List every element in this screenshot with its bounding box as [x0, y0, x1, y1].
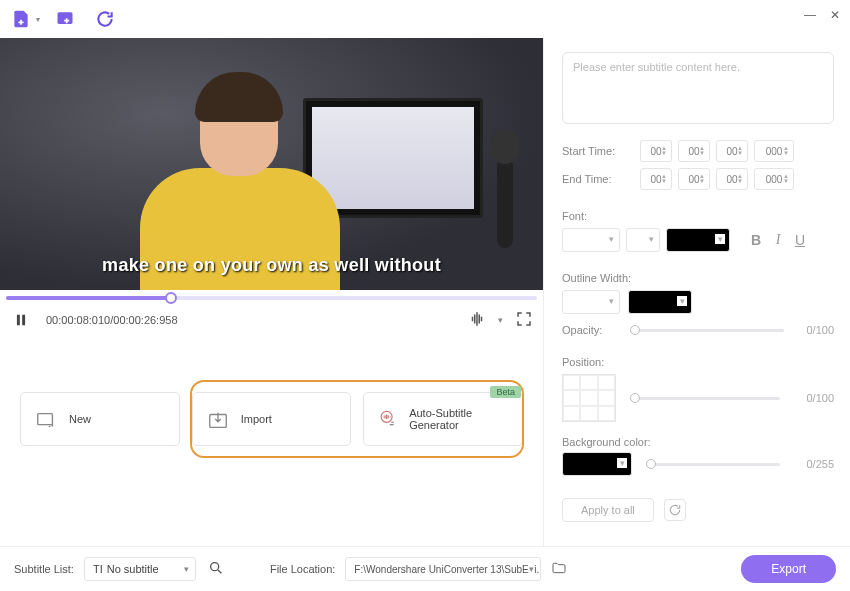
minimize-icon[interactable]: —	[804, 8, 816, 22]
reset-icon[interactable]	[664, 499, 686, 521]
start-time-label: Start Time:	[562, 145, 634, 157]
bold-button[interactable]: B	[748, 232, 764, 248]
font-color-swatch[interactable]: ▾	[666, 228, 730, 252]
timecode: 00:00:08:010/00:00:26:958	[46, 314, 178, 326]
start-ms[interactable]: 000▲▼	[754, 140, 794, 162]
end-ss[interactable]: 00▲▼	[716, 168, 748, 190]
italic-button[interactable]: I	[770, 232, 786, 248]
font-family-select[interactable]: ▾	[562, 228, 620, 252]
chevron-down-icon[interactable]: ▾	[36, 15, 40, 24]
subtitle-input[interactable]	[562, 52, 834, 124]
waveform-icon[interactable]	[468, 310, 486, 330]
new-label: New	[69, 413, 91, 425]
import-button[interactable]: Import	[192, 392, 352, 446]
import-label: Import	[241, 413, 272, 425]
underline-button[interactable]: U	[792, 232, 808, 248]
bottom-bar: Subtitle List: TINo subtitle▾ File Locat…	[0, 546, 850, 591]
end-ms[interactable]: 000▲▼	[754, 168, 794, 190]
fullscreen-icon[interactable]	[515, 310, 533, 330]
add-file-icon[interactable]	[10, 8, 32, 30]
svg-rect-0	[58, 12, 73, 24]
svg-rect-1	[17, 315, 20, 326]
outline-width-select[interactable]: ▾	[562, 290, 620, 314]
top-toolbar: ▾ — ✕	[0, 0, 850, 38]
bg-slider[interactable]	[646, 463, 780, 466]
position-value: 0/100	[794, 392, 834, 404]
svg-rect-3	[38, 414, 53, 425]
opacity-label: Opacity:	[562, 324, 620, 336]
bg-color-label: Background color:	[562, 436, 834, 448]
font-size-select[interactable]: ▾	[626, 228, 660, 252]
auto-subtitle-icon	[378, 409, 397, 429]
opacity-slider[interactable]	[630, 329, 784, 332]
end-time-label: End Time:	[562, 173, 634, 185]
import-icon	[207, 409, 229, 429]
new-icon	[35, 409, 57, 429]
new-button[interactable]: New	[20, 392, 180, 446]
close-icon[interactable]: ✕	[830, 8, 840, 22]
auto-subtitle-label: Auto-Subtitle Generator	[409, 407, 508, 431]
outline-color-swatch[interactable]: ▾	[628, 290, 692, 314]
end-hh[interactable]: 00▲▼	[640, 168, 672, 190]
folder-icon[interactable]	[551, 560, 567, 578]
svg-point-6	[211, 563, 219, 571]
svg-rect-2	[22, 315, 25, 326]
search-icon[interactable]	[206, 560, 226, 578]
video-preview[interactable]: make one on your own as well without	[0, 38, 543, 290]
start-mm[interactable]: 00▲▼	[678, 140, 710, 162]
subtitle-list-label: Subtitle List:	[14, 563, 74, 575]
bg-value: 0/255	[794, 458, 834, 470]
subtitle-panel: Start Time: 00▲▼ 00▲▼ 00▲▼ 000▲▼ End Tim…	[543, 38, 850, 546]
end-mm[interactable]: 00▲▼	[678, 168, 710, 190]
add-text-icon[interactable]	[54, 8, 76, 30]
beta-badge: Beta	[490, 386, 521, 398]
seek-bar[interactable]	[6, 296, 537, 300]
burned-subtitle: make one on your own as well without	[0, 255, 543, 276]
outline-label: Outline Width:	[562, 272, 834, 284]
apply-to-all-button[interactable]: Apply to all	[562, 498, 654, 522]
start-hh[interactable]: 00▲▼	[640, 140, 672, 162]
opacity-value: 0/100	[794, 324, 834, 336]
pause-button[interactable]	[14, 312, 30, 328]
auto-subtitle-button[interactable]: Auto-Subtitle Generator	[363, 392, 523, 446]
position-label: Position:	[562, 356, 834, 368]
bg-color-swatch[interactable]: ▾	[562, 452, 632, 476]
position-grid[interactable]	[562, 374, 616, 422]
file-location-label: File Location:	[270, 563, 335, 575]
file-location-select[interactable]: F:\Wondershare UniConverter 13\SubEdi...…	[345, 557, 541, 581]
chevron-down-icon[interactable]: ▾	[498, 315, 503, 325]
export-button[interactable]: Export	[741, 555, 836, 583]
start-ss[interactable]: 00▲▼	[716, 140, 748, 162]
subtitle-list-select[interactable]: TINo subtitle▾	[84, 557, 196, 581]
rotate-icon[interactable]	[94, 8, 116, 30]
font-label: Font:	[562, 210, 834, 222]
position-slider[interactable]	[630, 397, 780, 400]
